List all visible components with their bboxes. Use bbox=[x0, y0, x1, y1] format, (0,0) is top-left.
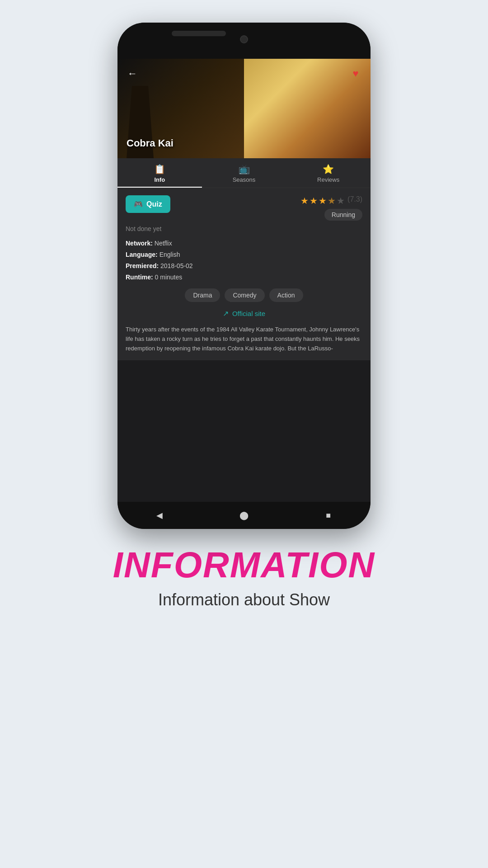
network-row: Network: Netflix bbox=[126, 239, 362, 248]
phone-frame: Cobra Kai 📋 Info 📺 Seasons ⭐ Reviews bbox=[117, 23, 371, 529]
star-1: ★ bbox=[300, 195, 309, 206]
top-bezel bbox=[117, 23, 371, 59]
show-description: Thirty years after the events of the 198… bbox=[126, 325, 362, 353]
nav-recent-button[interactable] bbox=[319, 506, 338, 524]
tabs-container: 📋 Info 📺 Seasons ⭐ Reviews bbox=[117, 158, 371, 188]
screen: Cobra Kai 📋 Info 📺 Seasons ⭐ Reviews bbox=[117, 59, 371, 502]
network-value: Netflix bbox=[155, 240, 172, 247]
language-label: Language: bbox=[126, 251, 158, 258]
genre-action[interactable]: Action bbox=[269, 288, 303, 302]
star-5: ★ bbox=[337, 195, 345, 206]
premiered-row: Premiered: 2018-05-02 bbox=[126, 261, 362, 271]
quiz-rating-row: 🎮 Quiz ★ ★ ★ ★ ★ (7.3) Running bbox=[126, 195, 362, 221]
star-3: ★ bbox=[319, 195, 327, 206]
tab-reviews[interactable]: ⭐ Reviews bbox=[286, 158, 371, 188]
section-subtitle: Information about Show bbox=[113, 590, 375, 609]
favorite-button[interactable] bbox=[347, 66, 364, 82]
network-label: Network: bbox=[126, 240, 153, 247]
genre-comedy[interactable]: Comedy bbox=[225, 288, 264, 302]
tab-seasons-label: Seasons bbox=[233, 176, 256, 183]
status-badge: Running bbox=[324, 209, 362, 221]
info-tab-icon: 📋 bbox=[154, 164, 165, 175]
tab-reviews-label: Reviews bbox=[317, 176, 339, 183]
stars-row: ★ ★ ★ ★ ★ (7.3) bbox=[300, 195, 362, 206]
runtime-value: 0 minutes bbox=[155, 274, 183, 281]
external-link-icon: ↗ bbox=[223, 309, 229, 318]
tab-info[interactable]: 📋 Info bbox=[117, 158, 202, 188]
star-4: ★ bbox=[328, 195, 336, 206]
quiz-label: Quiz bbox=[146, 200, 162, 208]
bottom-nav bbox=[117, 502, 371, 529]
back-button[interactable] bbox=[124, 66, 141, 82]
rating-block: ★ ★ ★ ★ ★ (7.3) Running bbox=[300, 195, 362, 221]
hero-image: Cobra Kai bbox=[117, 59, 371, 158]
phone-inner: Cobra Kai 📋 Info 📺 Seasons ⭐ Reviews bbox=[117, 23, 371, 529]
seasons-tab-icon: 📺 bbox=[239, 164, 250, 175]
show-title: Cobra Kai bbox=[127, 137, 174, 149]
runtime-label: Runtime: bbox=[126, 274, 153, 281]
nav-home-button[interactable] bbox=[235, 506, 253, 524]
language-value: English bbox=[160, 251, 180, 258]
star-2: ★ bbox=[310, 195, 318, 206]
rating-score: (7.3) bbox=[347, 195, 362, 206]
official-site-label: Official site bbox=[232, 310, 265, 317]
runtime-row: Runtime: 0 minutes bbox=[126, 273, 362, 282]
quiz-icon: 🎮 bbox=[134, 200, 143, 208]
premiered-value: 2018-05-02 bbox=[160, 262, 193, 269]
quiz-status: Not done yet bbox=[126, 225, 362, 232]
tab-info-label: Info bbox=[154, 176, 165, 183]
show-metadata: Network: Netflix Language: English Premi… bbox=[126, 239, 362, 282]
tab-seasons[interactable]: 📺 Seasons bbox=[202, 158, 286, 188]
language-row: Language: English bbox=[126, 250, 362, 259]
genre-drama[interactable]: Drama bbox=[185, 288, 220, 302]
speaker bbox=[172, 31, 226, 36]
bottom-text-area: INFORMATION Information about Show bbox=[113, 547, 375, 609]
nav-back-button[interactable] bbox=[150, 506, 169, 524]
genres-container: Drama Comedy Action bbox=[126, 288, 362, 302]
reviews-tab-icon: ⭐ bbox=[323, 164, 334, 175]
official-site-link[interactable]: ↗ Official site bbox=[126, 309, 362, 318]
premiered-label: Premiered: bbox=[126, 262, 159, 269]
quiz-button[interactable]: 🎮 Quiz bbox=[126, 195, 170, 213]
camera bbox=[240, 35, 248, 43]
info-content: 🎮 Quiz ★ ★ ★ ★ ★ (7.3) Running bbox=[117, 188, 371, 360]
section-title: INFORMATION bbox=[113, 547, 375, 583]
